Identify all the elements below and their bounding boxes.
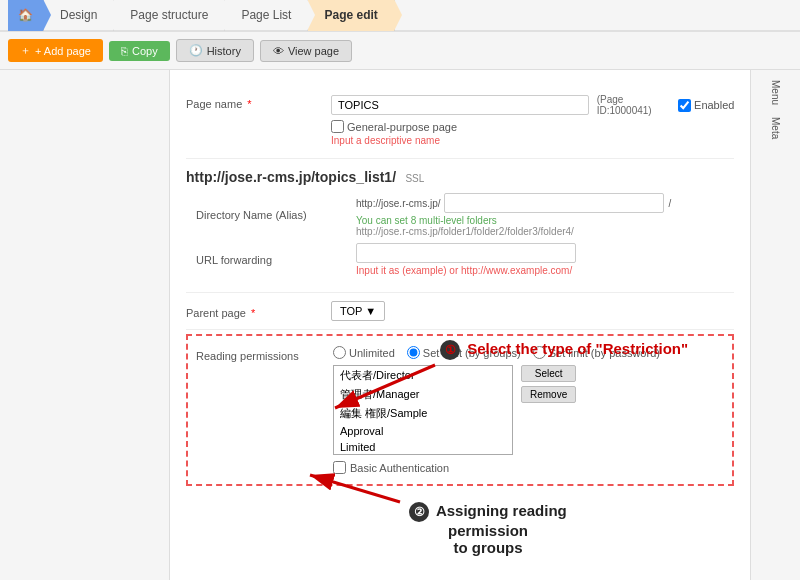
page-name-label: Page name *	[186, 94, 331, 110]
reading-permissions-field: Unlimited Set limit (by groups) Set limi…	[333, 346, 732, 474]
add-page-button[interactable]: ＋ + Add page	[8, 39, 103, 62]
url-fwd-hint: Input it as (example) or http://www.exam…	[356, 265, 576, 276]
directory-name-label: Directory Name (Alias)	[196, 209, 356, 221]
history-icon: 🕐	[189, 44, 203, 57]
list-item[interactable]: 代表者/Director	[334, 366, 512, 385]
nav-tab-home[interactable]: 🏠	[8, 0, 44, 31]
select-button[interactable]: Select	[521, 365, 576, 382]
nav-tab-design-label: Design	[60, 8, 97, 22]
directory-name-row: Directory Name (Alias) http://jose.r-cms…	[196, 193, 734, 237]
url-display: http://jose.r-cms.jp/topics_list1/	[186, 169, 396, 185]
parent-page-label: Parent page *	[186, 303, 331, 319]
parent-page-dropdown[interactable]: TOP ▼	[331, 301, 385, 321]
group-listbox[interactable]: 代表者/Director 管理者/Manager 編集 権限/Sample Ap…	[333, 365, 513, 455]
deselect-button[interactable]: Remove	[521, 386, 576, 403]
list-item[interactable]: Approval	[334, 423, 512, 439]
radio-group-row: Unlimited Set limit (by groups) Set limi…	[333, 346, 732, 359]
top-navigation: 🏠 Design Page structure Page List Page e…	[0, 0, 800, 32]
toolbar: ＋ + Add page ⎘ Copy 🕐 History 👁 View pag…	[0, 32, 800, 70]
reading-permissions-label: Reading permissions	[188, 346, 333, 362]
nav-tab-page-structure[interactable]: Page structure	[114, 0, 225, 31]
main-content: Page name * (Page ID:1000041) Enabled Ge…	[0, 70, 800, 580]
nav-tab-page-list-label: Page List	[241, 8, 291, 22]
home-icon: 🏠	[18, 8, 33, 22]
form-area: Page name * (Page ID:1000041) Enabled Ge…	[170, 70, 750, 580]
url-prefix: http://jose.r-cms.jp/	[356, 198, 440, 209]
url-forwarding-label: URL forwarding	[196, 254, 356, 266]
copy-icon: ⎘	[121, 45, 128, 57]
radio-unlimited-input[interactable]	[333, 346, 346, 359]
url-suffix: /	[668, 198, 671, 209]
url-forwarding-field: Input it as (example) or http://www.exam…	[356, 243, 576, 276]
radio-set-limit-groups-input[interactable]	[407, 346, 420, 359]
radio-set-limit-password-input[interactable]	[533, 346, 546, 359]
page-name-field: (Page ID:1000041) Enabled General-purpos…	[331, 94, 734, 146]
nav-tab-page-structure-label: Page structure	[130, 8, 208, 22]
url-section: http://jose.r-cms.jp/topics_list1/ SSL D…	[186, 159, 734, 293]
view-icon: 👁	[273, 45, 284, 57]
history-button[interactable]: 🕐 History	[176, 39, 254, 62]
group-list-area: 代表者/Director 管理者/Manager 編集 権限/Sample Ap…	[333, 365, 732, 455]
page-name-input[interactable]	[331, 95, 589, 115]
url-inner: Directory Name (Alias) http://jose.r-cms…	[186, 193, 734, 276]
enabled-checkbox[interactable]	[678, 99, 691, 112]
list-item[interactable]: 編集 権限/Sample	[334, 404, 512, 423]
nav-tab-page-list[interactable]: Page List	[225, 0, 308, 31]
required-indicator: *	[247, 98, 251, 110]
radio-set-limit-groups[interactable]: Set limit (by groups)	[407, 346, 521, 359]
page-name-section: Page name * (Page ID:1000041) Enabled Ge…	[186, 82, 734, 159]
nav-tab-design[interactable]: Design	[44, 0, 114, 31]
meta-meta-label: Meta	[770, 117, 781, 139]
list-item[interactable]: 管理者/Manager	[334, 385, 512, 404]
url-forwarding-row: URL forwarding Input it as (example) or …	[196, 243, 734, 276]
dir-hint: You can set 8 multi-level folders	[356, 215, 671, 226]
directory-name-field: http://jose.r-cms.jp/ / You can set 8 mu…	[356, 193, 671, 237]
url-forwarding-input[interactable]	[356, 243, 576, 263]
general-purpose-row: General-purpose page	[331, 120, 734, 133]
nav-tab-page-edit[interactable]: Page edit	[308, 0, 394, 31]
meta-sidebar: Menu Meta	[750, 70, 800, 580]
radio-set-limit-password[interactable]: Set limit (by password)	[533, 346, 660, 359]
parent-page-section: Parent page * TOP ▼	[186, 293, 734, 330]
meta-menu-label: Menu	[770, 80, 781, 105]
left-sidebar	[0, 70, 170, 580]
radio-unlimited[interactable]: Unlimited	[333, 346, 395, 359]
directory-alias-input[interactable]	[444, 193, 664, 213]
dir-long-hint: http://jose.r-cms.jp/folder1/folder2/fol…	[356, 226, 671, 237]
enabled-label: Enabled	[694, 99, 734, 111]
view-page-button[interactable]: 👁 View page	[260, 40, 352, 62]
basic-auth-row: Basic Authentication	[333, 461, 732, 474]
list-item[interactable]: Limited	[334, 439, 512, 455]
basic-auth-checkbox[interactable]	[333, 461, 346, 474]
group-action-buttons: Select Remove	[521, 365, 576, 403]
reading-permissions-section: Reading permissions Unlimited Set limit …	[186, 334, 734, 486]
add-icon: ＋	[20, 43, 31, 58]
ssl-label: SSL	[405, 173, 424, 184]
parent-required: *	[251, 307, 255, 319]
copy-button[interactable]: ⎘ Copy	[109, 41, 170, 61]
nav-tab-page-edit-label: Page edit	[324, 8, 377, 22]
general-purpose-checkbox[interactable]	[331, 120, 344, 133]
page-id-text: (Page ID:1000041)	[597, 94, 674, 116]
input-hint: Input a descriptive name	[331, 135, 734, 146]
